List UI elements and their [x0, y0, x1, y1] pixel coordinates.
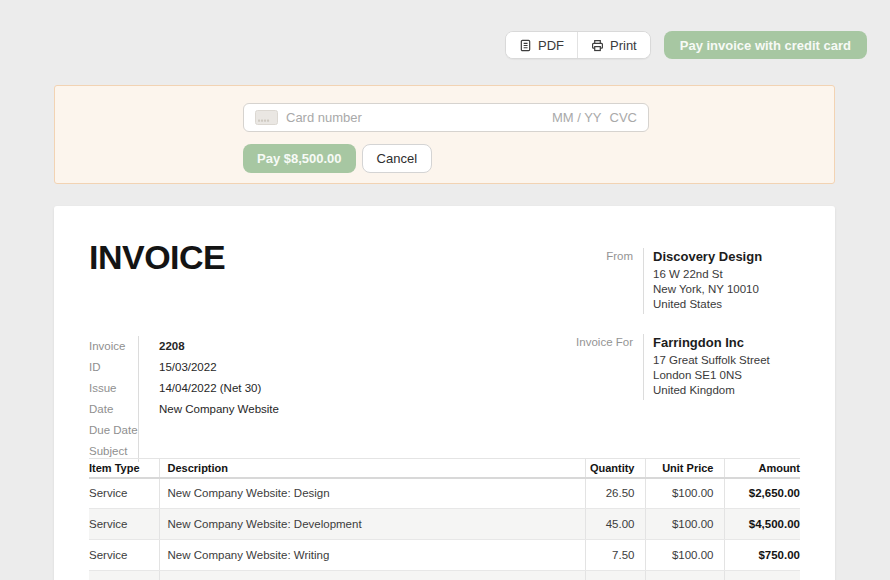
- cell-unit-price: $100.00: [645, 478, 724, 509]
- invoice-id-value: 2208: [159, 336, 279, 357]
- issue-date-value: 15/03/2022: [159, 357, 279, 378]
- client-company-name: Farringdon Inc: [653, 334, 770, 351]
- cell-description: New Company Website: Development: [159, 509, 585, 540]
- cell-unit-price: $100.00: [645, 540, 724, 571]
- client-address-line: 17 Great Suffolk Street: [653, 353, 770, 368]
- pdf-document-icon: [519, 39, 532, 52]
- invoice-for-label: Invoice For: [564, 334, 643, 400]
- due-date-label: Due Date: [89, 420, 138, 441]
- invoice-meta-labels: Invoice ID Issue Date Due Date Subject: [89, 336, 138, 462]
- from-address: Discovery Design 16 W 22nd St New York, …: [643, 248, 762, 314]
- table-row: Service New Company Website: Writing 7.5…: [89, 540, 800, 571]
- cell-unit-price: $100.00: [645, 509, 724, 540]
- client-address-line: London SE1 0NS: [653, 368, 770, 383]
- client-address-line: United Kingdom: [653, 383, 770, 398]
- header-description: Description: [159, 459, 585, 478]
- page: { "toolbar": { "pdf_label": "PDF", "prin…: [0, 0, 890, 580]
- pdf-button-label: PDF: [538, 38, 564, 53]
- header-item-type: Item Type: [89, 459, 159, 478]
- cell-item-type: Service: [89, 540, 159, 571]
- invoice-meta: Invoice ID Issue Date Due Date Subject 2…: [89, 336, 279, 462]
- invoice-id-label: Invoice ID: [89, 336, 138, 378]
- export-button-group: PDF Print: [505, 31, 651, 59]
- invoice-document: INVOICE From Discovery Design 16 W 22nd …: [54, 206, 835, 580]
- invoice-for-address: Farringdon Inc 17 Great Suffolk Street L…: [643, 334, 770, 400]
- cell-amount: $2,650.00: [724, 478, 800, 509]
- credit-card-icon: [255, 110, 278, 125]
- from-label: From: [564, 248, 643, 314]
- card-details-field[interactable]: MM / YY CVC: [243, 103, 649, 132]
- payment-actions: Pay $8,500.00 Cancel: [243, 144, 432, 173]
- cell-description: New Company Website: Writing: [159, 540, 585, 571]
- pay-invoice-button-label: Pay invoice with credit card: [680, 38, 851, 53]
- toolbar: PDF Print Pay invoice with credit card: [505, 31, 867, 59]
- table-row: Service New Company Website: Development…: [89, 509, 800, 540]
- print-button-label: Print: [610, 38, 637, 53]
- invoice-for-block: Invoice For Farringdon Inc 17 Great Suff…: [564, 334, 770, 400]
- printer-icon: [591, 39, 604, 52]
- invoice-meta-values: 2208 15/03/2022 14/04/2022 (Net 30) New …: [138, 336, 279, 462]
- card-number-input[interactable]: [286, 110, 552, 125]
- from-company-name: Discovery Design: [653, 248, 762, 265]
- header-amount: Amount: [724, 459, 800, 478]
- issue-date-label: Issue Date: [89, 378, 138, 420]
- print-button[interactable]: Print: [578, 32, 650, 58]
- cell-amount: $750.00: [724, 540, 800, 571]
- due-date-value: 14/04/2022 (Net 30): [159, 378, 279, 399]
- from-address-line: 16 W 22nd St: [653, 267, 762, 282]
- cell-quantity: 45.00: [585, 509, 645, 540]
- table-header-row: Item Type Description Quantity Unit Pric…: [89, 459, 800, 478]
- expiry-input[interactable]: MM / YY: [552, 110, 602, 125]
- table-row: Service New Company Website: Design 26.5…: [89, 478, 800, 509]
- line-items-table: Item Type Description Quantity Unit Pric…: [89, 458, 800, 580]
- invoice-from-block: From Discovery Design 16 W 22nd St New Y…: [564, 248, 762, 314]
- from-address-line: New York, NY 10010: [653, 282, 762, 297]
- cell-item-type: Service: [89, 509, 159, 540]
- table-row-partial: [89, 571, 800, 580]
- pay-invoice-with-credit-card-button[interactable]: Pay invoice with credit card: [664, 31, 867, 59]
- cell-amount: $4,500.00: [724, 509, 800, 540]
- cell-quantity: 26.50: [585, 478, 645, 509]
- pdf-button[interactable]: PDF: [506, 32, 578, 58]
- cvc-input[interactable]: CVC: [610, 110, 637, 125]
- from-address-line: United States: [653, 297, 762, 312]
- cell-description: New Company Website: Design: [159, 478, 585, 509]
- subject-value: New Company Website: [159, 399, 279, 420]
- cell-item-type: Service: [89, 478, 159, 509]
- cancel-button[interactable]: Cancel: [362, 144, 432, 173]
- payment-panel: MM / YY CVC Pay $8,500.00 Cancel: [54, 85, 835, 184]
- header-unit-price: Unit Price: [645, 459, 724, 478]
- pay-amount-button[interactable]: Pay $8,500.00: [243, 144, 356, 173]
- header-quantity: Quantity: [585, 459, 645, 478]
- invoice-title: INVOICE: [89, 240, 225, 274]
- cell-quantity: 7.50: [585, 540, 645, 571]
